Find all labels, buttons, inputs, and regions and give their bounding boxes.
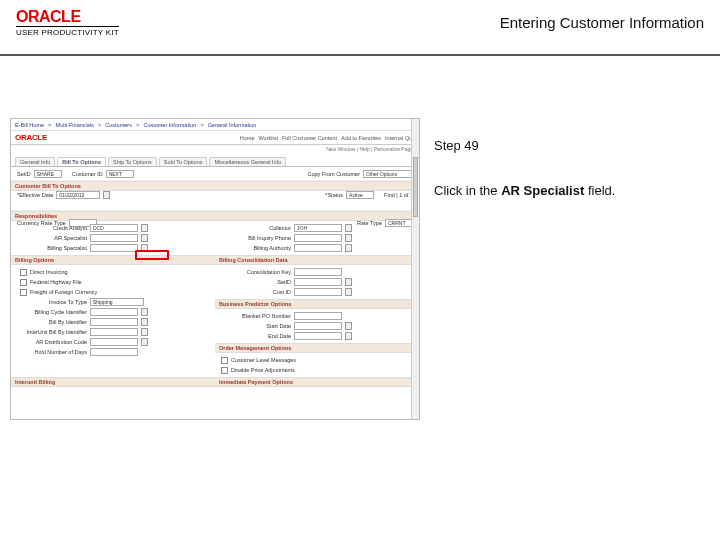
lov-icon[interactable] [345, 244, 352, 252]
customer-level-msgs-checkbox[interactable] [221, 357, 228, 364]
ar-specialist-input[interactable] [90, 234, 138, 242]
menu-item[interactable]: General Information [208, 122, 257, 128]
section-interunit-billing: Interunit Billing [11, 377, 215, 387]
menu-item[interactable]: Customer Information [143, 122, 196, 128]
lov-icon[interactable] [345, 224, 352, 232]
section-customer-billto: Customer Bill To Options [11, 181, 419, 191]
setid-label: SetID [17, 171, 31, 177]
freight-foreign-label: Freight of Foreign Currency [30, 289, 97, 295]
bill-by-label: Bill By Identifier [17, 319, 87, 325]
cons-key-input[interactable] [294, 268, 342, 276]
cons-setid-input[interactable] [294, 278, 342, 286]
cons-key-label: Consolidation Key [221, 269, 291, 275]
interunit-billby-label: InterUnit Bill By Identifier [17, 329, 87, 335]
tab-general-info[interactable]: General Info [15, 157, 55, 166]
lov-icon[interactable] [141, 318, 148, 326]
direct-invoicing-checkbox[interactable] [20, 269, 27, 276]
instruction-pane: Step 49 Click in the AR Specialist field… [434, 138, 704, 200]
lov-icon[interactable] [345, 234, 352, 242]
credit-analyst-input[interactable]: DCD [90, 224, 138, 232]
toolbar-link[interactable]: Full Customer Content [282, 135, 337, 141]
billing-cycle-input[interactable] [90, 308, 138, 316]
calendar-icon[interactable] [345, 332, 352, 340]
hold-days-label: Hold Number of Days [17, 349, 87, 355]
scrollbar-thumb[interactable] [413, 157, 418, 217]
bill-inquiry-phone-input[interactable] [294, 234, 342, 242]
status-select[interactable]: Active [346, 191, 374, 199]
app-page-links[interactable]: New Window | Help | Personalize Page [11, 145, 419, 155]
cons-custid-input[interactable] [294, 288, 342, 296]
tab-sold-to-options[interactable]: Sold To Options [159, 157, 208, 166]
freight-foreign-checkbox[interactable] [20, 289, 27, 296]
billing-authority-label: Billing Authority [221, 245, 291, 251]
billing-specialist-input[interactable] [90, 244, 138, 252]
tab-misc-general-info[interactable]: Miscellaneous General Info [209, 157, 286, 166]
lov-icon[interactable] [141, 308, 148, 316]
interunit-billby-input[interactable] [90, 328, 138, 336]
toolbar-right: Home Worklist Full Customer Content Add … [240, 135, 415, 141]
cons-setid-label: SetID [221, 279, 291, 285]
calendar-icon[interactable] [345, 322, 352, 330]
billing-specialist-label: Billing Specialist [17, 245, 87, 251]
collector-label: Collector [221, 225, 291, 231]
page-title: Entering Customer Information [500, 14, 704, 31]
copy-from-label: Copy From Customer [307, 171, 360, 177]
instruction-pre: Click in the [434, 183, 501, 198]
bill-inquiry-phone-label: Bill Inquiry Phone [221, 235, 291, 241]
lov-icon[interactable] [141, 224, 148, 232]
menu-item[interactable]: Customers [105, 122, 132, 128]
app-screenshot-panel: E-Bill Home> Multi-Financials> Customers… [10, 118, 420, 420]
tab-bill-to-options[interactable]: Bill To Options [57, 157, 106, 166]
cons-custid-label: Cust ID [221, 289, 291, 295]
menu-item[interactable]: E-Bill Home [15, 122, 44, 128]
vertical-scrollbar[interactable] [411, 119, 419, 419]
toolbar-link[interactable]: Worklist [258, 135, 277, 141]
hold-days-input[interactable] [90, 348, 138, 356]
direct-invoicing-label: Direct Invoicing [30, 269, 68, 275]
blanket-po-label: Blanket PO Number [221, 313, 291, 319]
effdate-input[interactable]: 01/22/2012 [56, 191, 100, 199]
lov-icon[interactable] [141, 244, 148, 252]
end-date-input[interactable] [294, 332, 342, 340]
toolbar-link[interactable]: Add to Favorites [341, 135, 381, 141]
find-label[interactable]: Find | 1 of 1 [384, 192, 413, 198]
lov-icon[interactable] [141, 338, 148, 346]
status-label: *Status [325, 192, 343, 198]
federal-highway-checkbox[interactable] [20, 279, 27, 286]
oracle-mini-logo: ORACLE [15, 133, 47, 142]
federal-highway-label: Federal Highway File [30, 279, 82, 285]
end-date-label: End Date [221, 333, 291, 339]
invoice-to-type-select[interactable]: Shipping [90, 298, 144, 306]
lov-icon[interactable] [345, 278, 352, 286]
custid-label: Customer ID [72, 171, 103, 177]
responsibilities-grid: Credit AnalystDCD AR Specialist Billing … [11, 221, 419, 255]
invoice-to-type-label: Invoice To Type [17, 299, 87, 305]
bill-by-input[interactable] [90, 318, 138, 326]
instruction-body: Click in the AR Specialist field. [434, 183, 704, 200]
custid-value: NEXT [106, 170, 134, 178]
collector-input[interactable]: JOH [294, 224, 342, 232]
calendar-icon[interactable] [103, 191, 110, 199]
lov-icon[interactable] [141, 328, 148, 336]
section-billing-consolidation: Billing Consolidation Data [215, 255, 419, 265]
billing-cycle-label: Billing Cycle Identifier [17, 309, 87, 315]
menu-item[interactable]: Multi-Financials [56, 122, 94, 128]
tab-ship-to-options[interactable]: Ship To Options [108, 157, 157, 166]
toolbar-link[interactable]: Home [240, 135, 255, 141]
tab-strip: General Info Bill To Options Ship To Opt… [11, 155, 419, 167]
section-order-mgmt: Order Management Options [215, 343, 419, 353]
ar-dist-code-input[interactable] [90, 338, 138, 346]
lov-icon[interactable] [345, 288, 352, 296]
billing-grid: Billing Options Direct Invoicing Federal… [11, 255, 419, 377]
copy-from-select[interactable]: Other Options [363, 170, 413, 178]
ar-dist-code-label: AR Distribution Code [17, 339, 87, 345]
billing-authority-input[interactable] [294, 244, 342, 252]
eff-status-row: *Effective Date01/22/2012 *StatusActive … [11, 191, 419, 211]
oracle-logo: ORACLE [16, 8, 81, 26]
disable-price-adj-checkbox[interactable] [221, 367, 228, 374]
lov-icon[interactable] [141, 234, 148, 242]
app-breadcrumb-menu: E-Bill Home> Multi-Financials> Customers… [11, 119, 419, 131]
ar-specialist-label: AR Specialist [17, 235, 87, 241]
blanket-po-input[interactable] [294, 312, 342, 320]
start-date-input[interactable] [294, 322, 342, 330]
